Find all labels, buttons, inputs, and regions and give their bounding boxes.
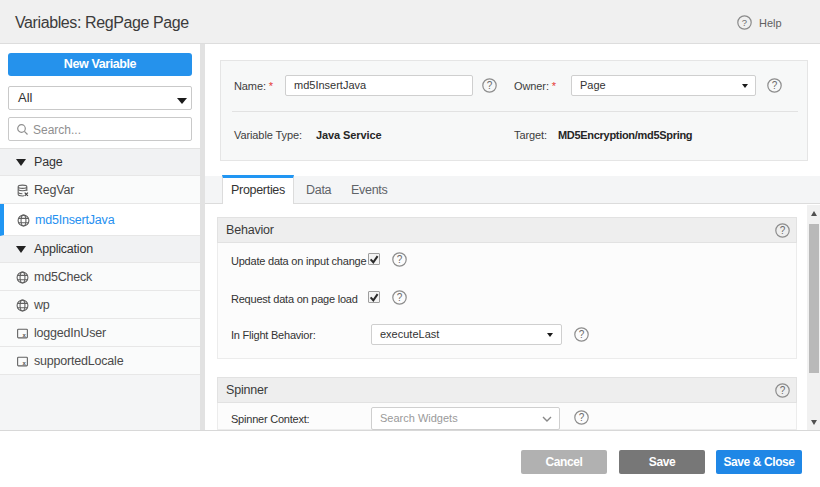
svg-text:?: ? [579,412,585,423]
svg-text:?: ? [397,254,403,265]
svg-text:?: ? [780,385,786,396]
svg-text:?: ? [772,80,778,91]
svg-text:?: ? [397,292,403,303]
svg-text:?: ? [742,17,747,28]
svg-text:?: ? [579,329,585,340]
svg-text:?: ? [780,225,786,236]
svg-text:?: ? [487,80,493,91]
